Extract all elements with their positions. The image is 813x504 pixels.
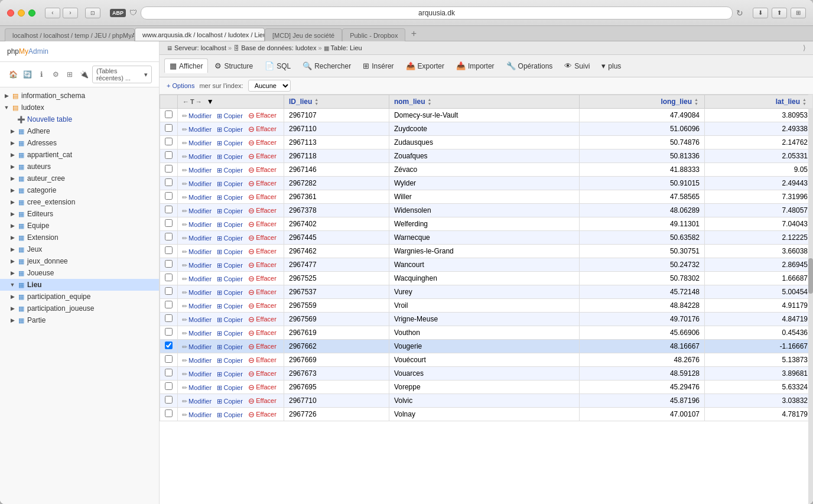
sidebar-item-information-schema[interactable]: ▶ ▤ information_schema	[0, 90, 159, 102]
effacer-button[interactable]: ⊖ Effacer	[246, 369, 278, 379]
tab-3[interactable]: [MCD] Jeu de société	[265, 28, 342, 41]
copier-button[interactable]: ⊞ Copier	[215, 370, 244, 379]
toolbar-suivi-button[interactable]: 👁 Suivi	[559, 58, 595, 73]
effacer-button[interactable]: ⊖ Effacer	[246, 396, 278, 406]
effacer-button[interactable]: ⊖ Effacer	[246, 355, 278, 365]
modifier-button[interactable]: ✏ Modifier	[180, 207, 213, 216]
copier-button[interactable]: ⊞ Copier	[215, 180, 244, 188]
row-checkbox[interactable]	[165, 138, 173, 145]
row-checkbox[interactable]	[165, 409, 173, 417]
sidebar-item-Lieu[interactable]: ▼ ▦ Lieu	[0, 279, 159, 291]
effacer-button[interactable]: ⊖ Effacer	[246, 124, 278, 134]
modifier-button[interactable]: ✏ Modifier	[180, 180, 213, 188]
copier-button[interactable]: ⊞ Copier	[215, 248, 244, 256]
forward-button[interactable]: ›	[63, 8, 78, 18]
tab-2[interactable]: www.arquusia.dk / localhost / ludotex / …	[135, 28, 265, 41]
modifier-button[interactable]: ✏ Modifier	[180, 288, 213, 297]
modifier-button[interactable]: ✏ Modifier	[180, 139, 213, 148]
effacer-button[interactable]: ⊖ Effacer	[246, 287, 278, 297]
sidebar-item-Partie[interactable]: ▶ ▦ Partie	[0, 314, 159, 326]
sidebar-item-Equipe[interactable]: ▶ ▦ Equipe	[0, 220, 159, 232]
col-long-header[interactable]: long_lieu▲▼	[579, 95, 704, 109]
modifier-button[interactable]: ✏ Modifier	[180, 261, 213, 270]
row-checkbox[interactable]	[165, 233, 173, 240]
sidebar-item-Adresses[interactable]: ▶ ▦ Adresses	[0, 137, 159, 149]
copier-button[interactable]: ⊞ Copier	[215, 234, 244, 243]
row-checkbox[interactable]	[165, 328, 173, 336]
sidebar-item-auteurs[interactable]: ▶ ▦ auteurs	[0, 161, 159, 173]
modifier-button[interactable]: ✏ Modifier	[180, 370, 213, 379]
row-checkbox[interactable]	[165, 396, 173, 404]
effacer-button[interactable]: ⊖ Effacer	[246, 382, 278, 392]
reading-view-button[interactable]: ⊡	[85, 8, 100, 18]
row-checkbox[interactable]	[165, 151, 173, 159]
copier-button[interactable]: ⊞ Copier	[215, 343, 244, 352]
effacer-button[interactable]: ⊖ Effacer	[246, 151, 278, 161]
close-window-button[interactable]	[7, 9, 14, 17]
tab-1[interactable]: localhost / localhost / temp / JEU / php…	[5, 28, 135, 41]
toolbar-rechercher-button[interactable]: 🔍 Rechercher	[297, 58, 356, 73]
copier-button[interactable]: ⊞ Copier	[215, 356, 244, 365]
sidebar-item-Jeux[interactable]: ▶ ▦ Jeux	[0, 243, 159, 255]
toolbar-plus-button[interactable]: ▾ plus	[596, 58, 626, 73]
copier-button[interactable]: ⊞ Copier	[215, 397, 244, 406]
modifier-button[interactable]: ✏ Modifier	[180, 166, 213, 175]
back-button[interactable]: ‹	[45, 8, 60, 18]
copier-button[interactable]: ⊞ Copier	[215, 152, 244, 161]
nav-left-icon[interactable]: ←	[183, 98, 189, 105]
effacer-button[interactable]: ⊖ Effacer	[246, 342, 278, 352]
modifier-button[interactable]: ✏ Modifier	[180, 356, 213, 365]
modifier-button[interactable]: ✏ Modifier	[180, 397, 213, 406]
home-icon[interactable]: 🏠	[7, 69, 19, 80]
adblock-badge[interactable]: ABP	[110, 9, 126, 17]
col-id-header[interactable]: ID_lieu▲▼	[284, 95, 389, 109]
modifier-button[interactable]: ✏ Modifier	[180, 329, 213, 338]
toolbar-inserer-button[interactable]: ⊞ Insérer	[357, 58, 399, 73]
nav-right-icon[interactable]: →	[196, 98, 202, 105]
row-checkbox[interactable]	[165, 287, 173, 295]
row-checkbox[interactable]	[165, 342, 173, 349]
sidebar-item-Adhere[interactable]: ▶ ▦ Adhere	[0, 125, 159, 137]
sidebar-item-Editeurs[interactable]: ▶ ▦ Editeurs	[0, 208, 159, 220]
sidebar-item-appartient-cat[interactable]: ▶ ▦ appartient_cat	[0, 149, 159, 161]
row-checkbox[interactable]	[165, 301, 173, 308]
modifier-button[interactable]: ✏ Modifier	[180, 220, 213, 229]
effacer-button[interactable]: ⊖ Effacer	[246, 301, 278, 311]
copier-button[interactable]: ⊞ Copier	[215, 261, 244, 270]
reload-button[interactable]: ↻	[736, 8, 743, 18]
toolbar-operations-button[interactable]: 🔧 Opérations	[501, 58, 558, 73]
row-checkbox[interactable]	[165, 110, 173, 118]
copier-button[interactable]: ⊞ Copier	[215, 383, 244, 392]
share-button[interactable]: ⬆	[772, 8, 787, 18]
row-checkbox[interactable]	[165, 246, 173, 254]
sidebar-item-cree-extension[interactable]: ▶ ▦ cree_extension	[0, 196, 159, 208]
row-checkbox[interactable]	[165, 124, 173, 132]
effacer-button[interactable]: ⊖ Effacer	[246, 246, 278, 256]
sidebar-item-Joueuse[interactable]: ▶ ▦ Joueuse	[0, 267, 159, 279]
effacer-button[interactable]: ⊖ Effacer	[246, 314, 278, 324]
copier-button[interactable]: ⊞ Copier	[215, 139, 244, 148]
copier-button[interactable]: ⊞ Copier	[215, 125, 244, 134]
copier-button[interactable]: ⊞ Copier	[215, 220, 244, 229]
copier-button[interactable]: ⊞ Copier	[215, 207, 244, 216]
row-checkbox[interactable]	[165, 369, 173, 376]
row-checkbox[interactable]	[165, 274, 173, 281]
sidebar-item-Extension[interactable]: ▶ ▦ Extension	[0, 232, 159, 243]
effacer-button[interactable]: ⊖ Effacer	[246, 260, 278, 270]
sidebar-item-participation-joueuse[interactable]: ▶ ▦ participation_joueuse	[0, 303, 159, 314]
copier-button[interactable]: ⊞ Copier	[215, 193, 244, 202]
sidebar-item-auteur-cree[interactable]: ▶ ▦ auteur_cree	[0, 173, 159, 184]
modifier-button[interactable]: ✏ Modifier	[180, 248, 213, 256]
modifier-button[interactable]: ✏ Modifier	[180, 234, 213, 243]
row-checkbox[interactable]	[165, 192, 173, 200]
row-checkbox[interactable]	[165, 178, 173, 186]
toolbar-exporter-button[interactable]: 📤 Exporter	[401, 58, 450, 73]
row-checkbox[interactable]	[165, 355, 173, 363]
effacer-button[interactable]: ⊖ Effacer	[246, 110, 278, 121]
tab-4[interactable]: Public - Dropbox	[342, 28, 405, 41]
modifier-button[interactable]: ✏ Modifier	[180, 193, 213, 202]
sidebar-item-participation-equipe[interactable]: ▶ ▦ participation_equipe	[0, 291, 159, 303]
copier-button[interactable]: ⊞ Copier	[215, 112, 244, 121]
effacer-button[interactable]: ⊖ Effacer	[246, 233, 278, 243]
col-nom-header[interactable]: nom_lieu▲▼	[389, 95, 579, 109]
